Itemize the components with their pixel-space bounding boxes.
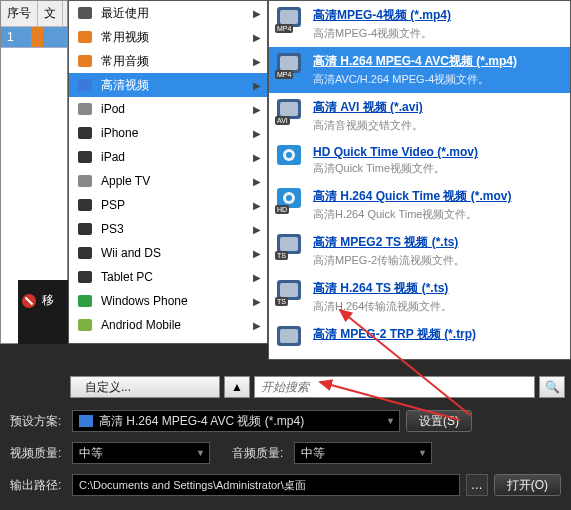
- category-item-ps3[interactable]: PS3▶: [69, 217, 267, 241]
- hd-icon: [79, 415, 93, 427]
- svg-rect-1: [78, 31, 92, 43]
- category-item-audio-orange[interactable]: 常用音频▶: [69, 49, 267, 73]
- format-item[interactable]: TS高清 MPEG2 TS 视频 (*.ts)高清MPEG-2传输流视频文件。: [269, 228, 570, 274]
- category-label: PS3: [101, 222, 124, 236]
- format-title: HD Quick Time Video (*.mov): [313, 145, 562, 159]
- category-item-psp[interactable]: PSP▶: [69, 193, 267, 217]
- chevron-right-icon: ▶: [253, 80, 261, 91]
- format-list: MP4高清MPEG-4视频 (*.mp4)高清MPEG-4视频文件。MP4高清 …: [268, 0, 571, 360]
- appletv-icon: [77, 173, 93, 189]
- svg-rect-8: [78, 199, 92, 211]
- format-desc: 高清MPEG-4视频文件。: [313, 26, 562, 41]
- format-icon: TS: [277, 234, 305, 258]
- category-label: iPhone: [101, 126, 138, 140]
- svg-rect-18: [280, 56, 298, 70]
- category-label: 常用视频: [101, 29, 149, 46]
- svg-rect-28: [280, 237, 298, 251]
- svg-rect-13: [78, 319, 92, 331]
- category-item-tablet[interactable]: Tablet PC▶: [69, 265, 267, 289]
- category-label: iPod: [101, 102, 125, 116]
- open-button[interactable]: 打开(O): [494, 474, 561, 496]
- format-icon: [277, 326, 305, 350]
- svg-rect-12: [78, 295, 92, 307]
- tablet-icon: [77, 269, 93, 285]
- format-title: 高清 H.264 TS 视频 (*.ts): [313, 280, 562, 297]
- format-icon: [277, 145, 305, 169]
- delete-icon[interactable]: [22, 294, 36, 308]
- chevron-down-icon: ▼: [418, 448, 427, 458]
- format-item[interactable]: MP4高清 H.264 MPEG-4 AVC视频 (*.mp4)高清AVC/H.…: [269, 47, 570, 93]
- svg-rect-2: [78, 55, 92, 67]
- chevron-right-icon: ▶: [253, 344, 261, 345]
- svg-rect-5: [78, 127, 92, 139]
- chevron-right-icon: ▶: [253, 128, 261, 139]
- format-item[interactable]: MP4高清MPEG-4视频 (*.mp4)高清MPEG-4视频文件。: [269, 1, 570, 47]
- collapse-up-button[interactable]: ▲: [224, 376, 250, 398]
- ps3-icon: [77, 221, 93, 237]
- chevron-right-icon: ▶: [253, 176, 261, 187]
- col-index: 序号: [1, 1, 38, 26]
- category-item-mobile[interactable]: Mobile Phone▶: [69, 337, 267, 344]
- format-item[interactable]: HD Quick Time Video (*.mov)高清Quick Time视…: [269, 139, 570, 182]
- chevron-right-icon: ▶: [253, 152, 261, 163]
- search-input[interactable]: [254, 376, 535, 398]
- svg-rect-4: [78, 103, 92, 115]
- wii-icon: [77, 245, 93, 261]
- format-title: 高清 MPEG2 TS 视频 (*.ts): [313, 234, 562, 251]
- category-item-clock[interactable]: 最近使用▶: [69, 1, 267, 25]
- category-menu: 最近使用▶常用视频▶常用音频▶高清视频▶iPod▶iPhone▶iPad▶App…: [68, 0, 268, 344]
- category-item-android[interactable]: Andriod Mobile▶: [69, 313, 267, 337]
- left-toolbar: 移: [18, 280, 68, 344]
- format-item[interactable]: AVI高清 AVI 视频 (*.avi)高清音视频交错文件。: [269, 93, 570, 139]
- psp-icon: [77, 197, 93, 213]
- category-item-iphone[interactable]: iPhone▶: [69, 121, 267, 145]
- category-label: 最近使用: [101, 5, 149, 22]
- search-button[interactable]: 🔍: [539, 376, 565, 398]
- svg-rect-3: [78, 79, 92, 91]
- format-icon: TS: [277, 280, 305, 304]
- ipad-icon: [77, 149, 93, 165]
- format-icon: MP4: [277, 53, 305, 77]
- format-item[interactable]: 高清 MPEG-2 TRP 视频 (*.trp): [269, 320, 570, 356]
- category-label: Mobile Phone: [101, 342, 174, 344]
- category-item-wii[interactable]: Wii and DS▶: [69, 241, 267, 265]
- hd-icon: [77, 77, 93, 93]
- output-path-input[interactable]: [72, 474, 460, 496]
- chevron-right-icon: ▶: [253, 320, 261, 331]
- format-icon: AVI: [277, 99, 305, 123]
- svg-point-26: [286, 195, 292, 201]
- format-desc: 高清音视频交错文件。: [313, 118, 562, 133]
- preset-combo[interactable]: 高清 H.264 MPEG-4 AVC 视频 (*.mp4) ▼: [72, 410, 400, 432]
- svg-rect-10: [78, 247, 92, 259]
- settings-button[interactable]: 设置(S): [406, 410, 472, 432]
- category-item-ipad[interactable]: iPad▶: [69, 145, 267, 169]
- chevron-right-icon: ▶: [253, 104, 261, 115]
- format-icon: MP4: [277, 7, 305, 31]
- category-item-appletv[interactable]: Apple TV▶: [69, 169, 267, 193]
- video-quality-combo[interactable]: 中等▼: [72, 442, 210, 464]
- col-file: 文: [38, 1, 63, 26]
- format-title: 高清 H.264 MPEG-4 AVC视频 (*.mp4): [313, 53, 562, 70]
- search-row: 自定义... ▲ 🔍: [70, 374, 565, 400]
- android-icon: [77, 317, 93, 333]
- audio-quality-combo[interactable]: 中等▼: [294, 442, 432, 464]
- category-label: Wii and DS: [101, 246, 161, 260]
- wp-icon: [77, 293, 93, 309]
- svg-point-23: [286, 152, 292, 158]
- table-row[interactable]: 1: [1, 27, 67, 48]
- chevron-down-icon: ▼: [386, 416, 395, 426]
- mobile-icon: [77, 341, 93, 344]
- category-label: Tablet PC: [101, 270, 153, 284]
- category-item-ipod[interactable]: iPod▶: [69, 97, 267, 121]
- format-item[interactable]: HD高清 H.264 Quick Time 视频 (*.mov)高清H.264 …: [269, 182, 570, 228]
- custom-button[interactable]: 自定义...: [70, 376, 220, 398]
- category-item-hd[interactable]: 高清视频▶: [69, 73, 267, 97]
- browse-button[interactable]: …: [466, 474, 488, 496]
- category-label: iPad: [101, 150, 125, 164]
- svg-rect-32: [280, 329, 298, 343]
- category-item-video-orange[interactable]: 常用视频▶: [69, 25, 267, 49]
- format-desc: 高清Quick Time视频文件。: [313, 161, 562, 176]
- category-item-wp[interactable]: Windows Phone▶: [69, 289, 267, 313]
- format-item[interactable]: TS高清 H.264 TS 视频 (*.ts)高清H.264传输流视频文件。: [269, 274, 570, 320]
- aq-label: 音频质量:: [232, 445, 288, 462]
